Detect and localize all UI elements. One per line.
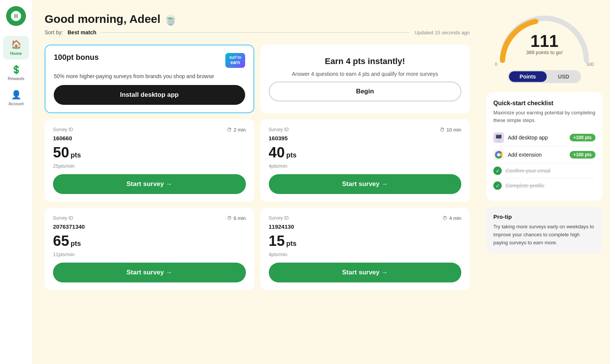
promo-logo: surf to earn — [225, 53, 245, 68]
checklist-item-complete-profile: ✓ Complete profile — [493, 178, 596, 193]
survey-card-4: Survey ID ⏱ 4 min 11924130 15 pts 4pts/m… — [260, 208, 470, 290]
checklist-desc: Maximize your earning potential by compl… — [493, 109, 596, 124]
survey-time-1: ⏱ 2 min — [227, 127, 246, 133]
sidebar-item-home[interactable]: 🏠 Home — [3, 36, 29, 59]
checklist-item-extension-label: Add extension — [508, 152, 542, 158]
logo[interactable] — [6, 6, 26, 26]
survey-pts-row-1: 50 pts — [53, 144, 246, 161]
survey-id-value-4: 11924130 — [269, 223, 462, 230]
survey-time-value-4: 4 min — [449, 215, 461, 221]
sidebar-item-rewards[interactable]: 💲 Rewards — [3, 61, 29, 85]
survey-pts-num-3: 65 — [53, 233, 69, 249]
survey-time-3: ⏱ 6 min — [227, 215, 246, 221]
start-survey-button-2[interactable]: Start survey → — [269, 174, 462, 194]
checklist-item-desktop-app-label: Add desktop app — [508, 135, 548, 141]
survey-id-value-2: 160395 — [269, 135, 462, 141]
survey-time-value-3: 6 min — [234, 215, 246, 221]
survey-time-value-2: 10 min — [446, 127, 461, 133]
survey-card-2: Survey ID ⏱ 10 min 160395 40 pts 4pts/mi… — [260, 119, 470, 202]
sort-divider — [101, 32, 410, 33]
extension-icon-wrap — [493, 149, 504, 160]
check-done-icon-2: ✓ — [493, 181, 502, 190]
survey-card-4-header: Survey ID ⏱ 4 min — [269, 215, 462, 221]
survey-pts-label-4: pts — [286, 240, 297, 248]
survey-card-3: Survey ID ⏱ 6 min 2076371340 65 pts 11pt… — [45, 208, 254, 290]
chrome-icon — [495, 151, 502, 159]
start-survey-button-3[interactable]: Start survey → — [53, 263, 246, 282]
logo-icon — [10, 10, 22, 22]
install-desktop-app-button[interactable]: Install desktop app — [54, 85, 245, 105]
survey-pts-num-1: 50 — [53, 144, 69, 161]
survey-card-1: Survey ID ⏱ 2 min 160660 50 pts 25pts/mi… — [45, 119, 254, 202]
protip-title: Pro-tip — [493, 213, 596, 220]
survey-time-2: ⏱ 10 min — [440, 127, 461, 133]
survey-pts-label-1: pts — [71, 151, 81, 159]
survey-id-value-3: 2076371340 — [53, 223, 246, 230]
survey-pts-num-4: 15 — [269, 233, 285, 249]
checklist-item-extension: Add extension +100 pts — [493, 146, 596, 164]
promo-logo-line2: earn — [229, 60, 241, 66]
gauge-toggle-points-button[interactable]: Points — [509, 71, 547, 82]
survey-pts-num-2: 40 — [269, 144, 285, 161]
desktop-app-icon-wrap: 🖥️ — [493, 132, 504, 143]
check-done-icon-1: ✓ — [493, 167, 502, 175]
clock-icon-4: ⏱ — [442, 215, 447, 221]
clock-icon-2: ⏱ — [440, 127, 445, 133]
promo-title: 100pt bonus — [54, 53, 99, 62]
gauge-center-text: 111 389 points to go! — [526, 33, 563, 55]
checklist-item-desktop-app-left: 🖥️ Add desktop app — [493, 132, 548, 143]
gauge-toggle-usd-button[interactable]: USD — [547, 71, 580, 82]
sidebar-item-rewards-label: Rewards — [8, 76, 24, 81]
checklist-item-confirm-email: ✓ Confirm your email — [493, 164, 596, 178]
checklist-item-complete-profile-label: Complete profile — [506, 183, 544, 189]
promo-card: 100pt bonus surf to earn 50% more higher… — [45, 45, 254, 113]
survey-pts-label-3: pts — [71, 240, 81, 248]
earn-title: Earn 4 pts instantly! — [325, 56, 405, 66]
home-icon: 🏠 — [11, 40, 21, 50]
sidebar-item-account-label: Account — [8, 101, 24, 106]
gauge-toggle: Points USD — [508, 70, 581, 83]
earn-card: Earn 4 pts instantly! Answer 4 questions… — [260, 45, 470, 113]
promo-logo-line1: surf to — [229, 55, 241, 60]
greeting-text: Good morning, Adeel 🍵 — [45, 12, 470, 26]
earn-desc: Answer 4 questions to earn 4 pts and qua… — [292, 71, 438, 77]
sidebar-item-account[interactable]: 👤 Account — [3, 86, 29, 110]
checklist-item-extension-badge: +100 pts — [570, 151, 596, 159]
survey-card-3-header: Survey ID ⏱ 6 min — [53, 215, 246, 221]
gauge-svg: 111 389 points to go! — [495, 11, 594, 64]
main-content: Good morning, Adeel 🍵 Sort by: Best matc… — [32, 0, 480, 364]
survey-rate-4: 4pts/min — [269, 252, 462, 257]
survey-id-label-1: Survey ID — [53, 127, 73, 132]
checklist-card: Quick-start checklist Maximize your earn… — [486, 92, 602, 200]
survey-id-label-3: Survey ID — [53, 215, 73, 221]
sidebar: 🏠 Home 💲 Rewards 👤 Account — [0, 0, 32, 364]
survey-rate-1: 25pts/min — [53, 163, 246, 169]
checklist-item-desktop-app: 🖥️ Add desktop app +100 pts — [493, 129, 596, 146]
sidebar-item-home-label: Home — [10, 51, 22, 56]
survey-id-label-2: Survey ID — [269, 127, 289, 132]
survey-pts-row-3: 65 pts — [53, 233, 246, 249]
svg-point-1 — [497, 153, 500, 156]
start-survey-button-4[interactable]: Start survey → — [269, 263, 462, 282]
protip-card: Pro-tip Try taking more surveys early on… — [486, 207, 602, 253]
promo-desc: 50% more higher-paying surveys from bran… — [54, 72, 245, 80]
survey-card-1-header: Survey ID ⏱ 2 min — [53, 127, 246, 133]
survey-time-value-1: 2 min — [234, 127, 246, 133]
checklist-item-complete-profile-left: ✓ Complete profile — [493, 181, 544, 190]
clock-icon-3: ⏱ — [227, 215, 232, 221]
survey-pts-label-2: pts — [286, 151, 297, 159]
checklist-item-confirm-email-left: ✓ Confirm your email — [493, 167, 550, 175]
updated-text: Updated 15 seconds ago — [414, 30, 470, 35]
begin-button[interactable]: Begin — [269, 82, 462, 101]
survey-time-4: ⏱ 4 min — [442, 215, 461, 221]
right-panel: 111 389 points to go! 0 500 Points USD Q… — [480, 0, 610, 364]
sort-bar: Sort by: Best match Updated 15 seconds a… — [45, 29, 470, 35]
survey-pts-row-4: 15 pts — [269, 233, 462, 249]
checklist-item-extension-left: Add extension — [493, 149, 542, 160]
promo-header: 100pt bonus surf to earn — [54, 53, 245, 68]
account-icon: 👤 — [11, 90, 21, 100]
desktop-app-icon: 🖥️ — [495, 134, 502, 141]
sort-value: Best match — [67, 29, 96, 35]
survey-rate-3: 11pts/min — [53, 252, 246, 257]
start-survey-button-1[interactable]: Start survey → — [53, 174, 246, 194]
